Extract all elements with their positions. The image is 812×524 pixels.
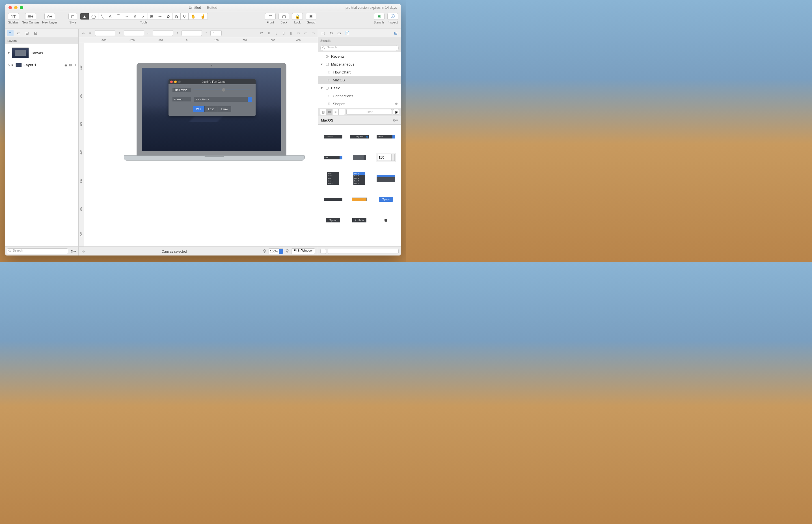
game-window[interactable]: Justin's Fun Game Fun Level: Poi [168,79,256,116]
document-tab[interactable]: 📄 [343,30,350,36]
shapes-item[interactable]: ⊞Shapes [318,100,401,108]
layers-mode-button[interactable]: ≡ [7,30,14,36]
crop-tool[interactable]: ⟋ [139,13,148,20]
stencils-button[interactable]: ⊞ [374,13,385,20]
color-well[interactable] [320,249,326,254]
macbook-drawing[interactable]: Justin's Fun Game Fun Level: Poi [124,63,299,161]
stencil-item[interactable]: 150 [374,149,398,165]
zoom-in-icon[interactable]: ⚲ [286,248,289,254]
diagram-tool[interactable]: ⊟ [148,13,156,20]
align-left-button[interactable]: ▯ [273,30,279,36]
inspect-button[interactable]: ⓘ [387,13,398,20]
brush-tool[interactable]: ✿ [164,13,172,20]
point-tool[interactable]: ✧ [123,13,131,20]
y-field[interactable] [124,30,144,36]
new-canvas-button[interactable]: ▤+ [25,13,36,20]
stencil-item[interactable] [347,149,372,165]
height-field[interactable] [181,30,202,36]
stencil-item[interactable]: Keyword [347,129,372,144]
line-diagram-tool[interactable]: ⊹ [156,13,164,20]
rotation-origin[interactable]: • [203,30,209,36]
flip-v-button[interactable]: ⇅ [266,30,272,36]
flowchart-item[interactable]: ⊞Flow Chart [318,68,401,76]
rotation-field[interactable]: 0° [210,30,222,36]
view-detail[interactable]: ▥ [320,109,326,115]
recents-row[interactable]: ◷Recents [318,52,401,60]
pen-tool[interactable]: ⌒ [114,13,123,20]
stencil-search[interactable]: Search [320,45,399,51]
width-field[interactable] [153,30,173,36]
stamp-tool[interactable]: ⋒ [172,13,180,20]
canvas-tab[interactable]: ▭ [336,30,342,36]
stencil-item[interactable]: Search [321,129,345,144]
layer-gear-button[interactable]: ⚙︎▾ [70,248,77,255]
hand-tool[interactable]: ✋ [188,13,198,20]
flip-h-button[interactable]: ⇄ [258,30,265,36]
guides-mode-button[interactable]: ⊟ [24,30,31,36]
basic-folder[interactable]: ▼▢Basic [318,84,401,92]
action-tool[interactable]: ☝ [198,13,208,20]
stencil-item[interactable]: Option [321,212,345,228]
outline-mode-button[interactable]: ▭ [15,30,22,36]
fit-window-button[interactable]: Fit in Window [291,248,315,254]
misc-folder[interactable]: ▼▢Miscellaneous [318,60,401,68]
view-grid[interactable]: ⊞ [326,109,332,115]
layer-row[interactable]: ✎ ▶ Layer 1 ◉ ⊞ ⊔ [7,62,77,68]
disclosure-triangle-icon[interactable]: ▼ [7,51,10,54]
connections-item[interactable]: ⊞Connections [318,92,401,100]
zoom-select[interactable]: 100% [269,248,283,254]
align-top-button[interactable]: ▭ [295,30,302,36]
line-tool[interactable]: ╲ [98,13,106,20]
stencil-item[interactable] [374,212,398,228]
stencil-item[interactable]: Item 1Item 2Item 3Item 4Item 5 [347,170,372,186]
align-bottom-button[interactable]: ▭ [310,30,316,36]
grid-tool[interactable]: # [131,13,139,20]
stencil-filter[interactable]: Filter [346,109,392,115]
minimize-window-button[interactable] [14,6,18,9]
unlock-icon[interactable]: ⊔ [74,63,76,67]
zoom-slider[interactable] [328,249,399,254]
stencil-item[interactable]: Item [321,149,345,165]
object-tab[interactable]: ▢ [320,30,327,36]
snap-button[interactable]: ⟛ [80,30,86,36]
macos-item[interactable]: ⊞MacOS [318,76,401,84]
stencil-item[interactable] [321,191,345,207]
new-layer-button[interactable]: ◇+ [44,13,55,20]
view-list[interactable]: ≡ [332,109,339,115]
x-field[interactable] [95,30,115,36]
lock-button[interactable]: 🔒 [292,13,303,20]
zoom-window-button[interactable] [20,6,23,9]
view-tree[interactable]: ⊡ [339,109,345,115]
close-window-button[interactable] [9,6,12,9]
bring-front-button[interactable]: ▢ [265,13,276,20]
properties-tab[interactable]: ⚙ [328,30,335,36]
print-icon[interactable]: ⊞ [69,63,72,67]
align-center-button[interactable]: ▯ [280,30,287,36]
toggle-sidebar-button[interactable]: ▯◫ [8,13,19,20]
stencil-item[interactable]: Option [374,191,398,207]
stencil-item[interactable]: Option [347,212,372,228]
stencil-item[interactable]: Item 1Item 2Item 3Item 4Item 5 [321,170,345,186]
align-middle-button[interactable]: ▭ [303,30,309,36]
shape-tool[interactable]: ◯ [89,13,98,20]
layer-search[interactable]: Search [7,248,68,254]
send-back-button[interactable]: ▢ [278,13,289,20]
preview-toggle[interactable]: ◉ [393,109,399,115]
canvas-area[interactable]: Justin's Fun Game Fun Level: Poi [84,49,318,246]
visibility-icon[interactable]: ◉ [64,63,67,67]
text-tool[interactable]: A [106,13,114,20]
select-tool[interactable]: ▲ [80,13,89,20]
magnify-tool[interactable]: ⚲ [180,13,188,20]
stencil-item[interactable]: Select [374,129,398,144]
selection-mode-button[interactable]: ⊡ [32,30,39,36]
ruler-toggle[interactable]: ⟛ [81,249,85,254]
style-button[interactable]: ▢ [68,13,77,20]
disclosure-triangle-icon[interactable]: ▶ [12,63,14,66]
stencil-item[interactable] [347,191,372,207]
canvas-row[interactable]: ▼ Canvas 1 [7,46,77,59]
stencil-gear-icon[interactable]: ⚙︎▾ [393,118,398,122]
stencils-tab[interactable]: ⊞ [392,30,399,36]
align-right-button[interactable]: ▯ [288,30,294,36]
zoom-out-icon[interactable]: ⚲ [263,248,266,254]
group-button[interactable]: ⊞ [306,13,316,20]
